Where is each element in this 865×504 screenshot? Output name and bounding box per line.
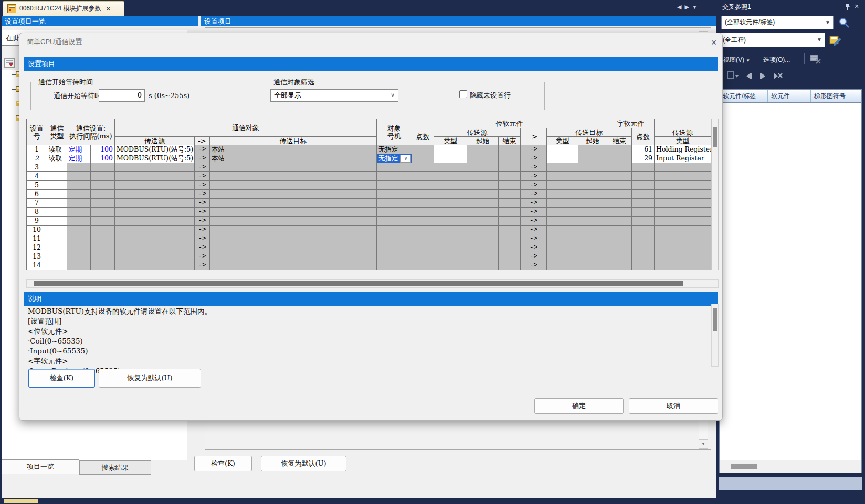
grid-cell[interactable]: ->	[521, 208, 547, 217]
grid-cell[interactable]	[547, 226, 578, 234]
tab-close-icon[interactable]: ×	[106, 5, 110, 13]
grid-cell[interactable]: ->	[195, 243, 210, 252]
grid-cell[interactable]	[434, 154, 467, 163]
pin-icon[interactable]	[844, 3, 851, 10]
grid-cell[interactable]	[607, 172, 632, 181]
grid-cell[interactable]: ->	[521, 226, 547, 234]
stop-jump-icon[interactable]	[771, 71, 783, 81]
grid-cell[interactable]	[655, 217, 711, 226]
grid-cell[interactable]: ->	[521, 163, 547, 172]
grid-cell[interactable]: 11	[27, 234, 47, 243]
hide-unset-rows-checkbox[interactable]	[459, 90, 467, 98]
grid-cell[interactable]	[467, 252, 499, 261]
grid-cell[interactable]	[655, 190, 711, 199]
description-vscrollbar[interactable]	[711, 304, 719, 367]
grid-cell[interactable]	[377, 252, 412, 261]
grid-cell[interactable]	[547, 208, 578, 217]
grid-cell[interactable]	[632, 243, 655, 252]
grid-cell[interactable]	[210, 234, 377, 243]
jump-next-icon[interactable]	[757, 71, 768, 81]
grid-cell[interactable]: Input Register	[655, 154, 711, 163]
grid-cell[interactable]: 本站	[210, 145, 377, 154]
grid-cell[interactable]	[91, 163, 115, 172]
grid-cell[interactable]	[67, 261, 91, 270]
panel-close-icon[interactable]: ×	[855, 2, 859, 10]
grid-cell[interactable]	[91, 181, 115, 190]
grid-cell[interactable]	[467, 208, 499, 217]
grid-cell[interactable]	[67, 163, 91, 172]
grid-cell[interactable]	[655, 243, 711, 252]
grid-cell[interactable]	[67, 226, 91, 234]
grid-cell[interactable]	[377, 163, 412, 172]
grid-cell[interactable]	[632, 181, 655, 190]
grid-cell[interactable]: 无指定∨	[377, 154, 412, 163]
grid-cell[interactable]	[467, 217, 499, 226]
grid-cell[interactable]	[434, 190, 467, 199]
grid-cell[interactable]: 10	[27, 226, 47, 234]
pane-restore-default-button[interactable]: 恢复为默认(U)	[261, 456, 346, 471]
grid-cell[interactable]: ->	[521, 199, 547, 208]
grid-cell[interactable]	[377, 190, 412, 199]
grid-cell[interactable]	[467, 145, 499, 154]
grid-cell[interactable]	[607, 145, 632, 154]
grid-cell[interactable]	[547, 217, 578, 226]
grid-cell[interactable]	[467, 154, 499, 163]
grid-cell[interactable]	[578, 252, 607, 261]
grid-cell[interactable]: ->	[195, 261, 210, 270]
vscroll-thumb[interactable]	[713, 308, 717, 331]
grid-cell[interactable]	[607, 190, 632, 199]
grid-cell[interactable]	[67, 208, 91, 217]
grid-cell[interactable]	[578, 145, 607, 154]
grid-cell[interactable]	[434, 199, 467, 208]
grid-cell[interactable]	[115, 163, 195, 172]
result-list[interactable]	[719, 103, 862, 473]
grid-cell[interactable]	[578, 226, 607, 234]
grid-cell[interactable]: ->	[195, 181, 210, 190]
grid-cell[interactable]	[467, 199, 499, 208]
grid-cell[interactable]	[67, 181, 91, 190]
grid-cell[interactable]	[632, 226, 655, 234]
grid-cell[interactable]	[115, 181, 195, 190]
grid-cell[interactable]	[47, 172, 67, 181]
grid-cell[interactable]	[115, 217, 195, 226]
grid-cell[interactable]	[412, 145, 434, 154]
grid-cell[interactable]	[607, 154, 632, 163]
grid-cell[interactable]	[467, 181, 499, 190]
clear-filter-icon[interactable]	[809, 53, 821, 64]
grid-cell[interactable]	[467, 243, 499, 252]
grid-cell[interactable]	[499, 243, 521, 252]
grid-cell[interactable]	[547, 154, 578, 163]
grid-cell[interactable]: 6	[27, 190, 47, 199]
grid-cell[interactable]	[210, 217, 377, 226]
grid-cell[interactable]: ->	[521, 252, 547, 261]
grid-cell[interactable]: 8	[27, 208, 47, 217]
cancel-button[interactable]: 取消	[629, 398, 718, 414]
grid-cell[interactable]	[115, 199, 195, 208]
grid-cell[interactable]	[210, 199, 377, 208]
find-icon[interactable]	[838, 16, 850, 29]
grid-cell[interactable]: 14	[27, 261, 47, 270]
grid-cell[interactable]	[91, 190, 115, 199]
grid-cell[interactable]	[115, 172, 195, 181]
grid-cell[interactable]	[377, 199, 412, 208]
hscroll-thumb[interactable]	[731, 464, 757, 469]
grid-cell[interactable]	[377, 234, 412, 243]
restore-default-button[interactable]: 恢复为默认(U)	[99, 369, 201, 388]
grid-cell[interactable]	[434, 234, 467, 243]
grid-cell[interactable]: MODBUS(RTU)(站号:5)(CH2)	[115, 145, 195, 154]
grid-cell[interactable]: ->	[521, 234, 547, 243]
dialog-close-icon[interactable]: ×	[708, 37, 720, 48]
grid-cell[interactable]	[607, 208, 632, 217]
grid-cell[interactable]	[499, 163, 521, 172]
cell-dropdown-icon[interactable]: ∨	[400, 155, 411, 163]
grid-cell[interactable]	[607, 181, 632, 190]
grid-hscrollbar[interactable]	[26, 279, 719, 288]
chevron-down-icon[interactable]: ▼	[825, 16, 830, 29]
grid-cell[interactable]: 13	[27, 252, 47, 261]
grid-cell[interactable]: 61	[632, 145, 655, 154]
grid-cell[interactable]: 9	[27, 217, 47, 226]
grid-cell[interactable]: ->	[195, 190, 210, 199]
column-device-label[interactable]: 软元件/标签	[720, 90, 768, 102]
grid-cell[interactable]	[210, 243, 377, 252]
grid-cell[interactable]	[578, 208, 607, 217]
